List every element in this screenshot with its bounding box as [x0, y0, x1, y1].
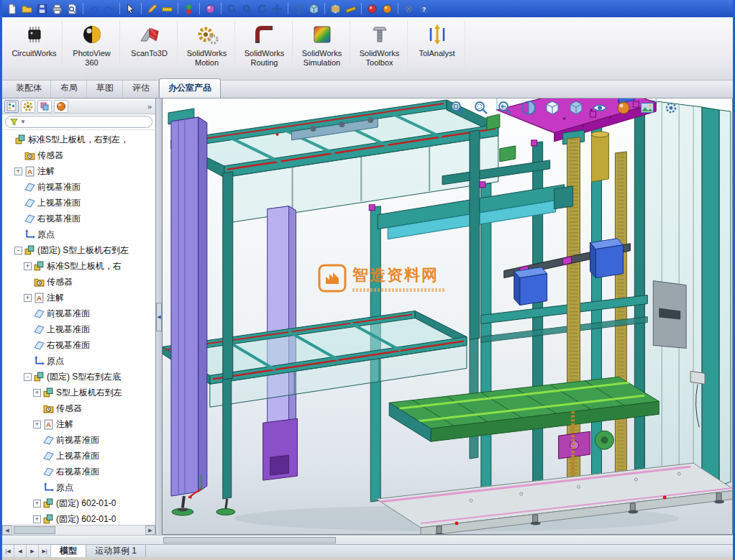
- viewport-scroll-strip[interactable]: [2, 535, 733, 544]
- previous-view-icon[interactable]: [496, 99, 513, 116]
- tree-expander-icon[interactable]: +: [33, 515, 41, 523]
- measure-icon[interactable]: [344, 2, 357, 16]
- new-icon[interactable]: [5, 2, 19, 16]
- panel-tab-configuration-manager[interactable]: [37, 100, 52, 113]
- tree-row[interactable]: +A注解: [2, 290, 155, 306]
- sketch-icon[interactable]: [145, 2, 159, 16]
- hide-show-items-icon[interactable]: [591, 99, 608, 116]
- section-view-icon[interactable]: [520, 99, 537, 116]
- graphics-viewport[interactable]: 智造资料网: [162, 98, 733, 535]
- command-tab-2[interactable]: 草图: [87, 78, 123, 98]
- ribbon-item-photoview360[interactable]: PhotoView 360: [64, 20, 120, 76]
- tree-expander-icon[interactable]: +: [24, 294, 32, 302]
- panel-tab-feature-manager[interactable]: [4, 100, 19, 113]
- tree-filter-input[interactable]: ▼: [5, 116, 152, 128]
- tree-row[interactable]: +原点: [2, 479, 155, 495]
- tree-row[interactable]: +右视基准面: [2, 211, 155, 226]
- tree-expander-icon[interactable]: +: [24, 262, 32, 270]
- tree-row[interactable]: -(固定) S型右到左底: [2, 369, 155, 385]
- wireframe-icon[interactable]: [292, 2, 306, 16]
- view-settings-icon[interactable]: [662, 99, 680, 116]
- help-icon[interactable]: ?: [417, 2, 431, 16]
- tree-expander-icon[interactable]: -: [24, 373, 32, 381]
- tree-row[interactable]: +原点: [2, 353, 155, 369]
- tree-row[interactable]: +(固定) 602-01-0: [2, 511, 155, 525]
- tree-row[interactable]: +传感器: [2, 274, 155, 290]
- tree-row[interactable]: +标准S型上板机，右到左，: [2, 132, 155, 147]
- tree-row[interactable]: -(固定) S型上板机右到左: [2, 242, 155, 258]
- tree-row[interactable]: +A注解: [2, 163, 155, 179]
- save-icon[interactable]: [35, 2, 49, 16]
- tree-row[interactable]: +前视基准面: [2, 306, 155, 321]
- view-orientation-icon[interactable]: [544, 99, 561, 116]
- study-nav-last-icon[interactable]: ▶|: [39, 545, 51, 557]
- study-nav-prev-icon[interactable]: ◀: [14, 545, 27, 557]
- scroll-thumb[interactable]: [14, 526, 55, 534]
- tree-row[interactable]: +(固定) 602-01-0: [2, 495, 155, 511]
- tree-row[interactable]: +上视基准面: [2, 448, 155, 464]
- motion-red-icon[interactable]: [365, 2, 379, 16]
- pan-icon[interactable]: [270, 2, 284, 16]
- tree-row[interactable]: +右视基准面: [2, 337, 155, 353]
- section-view-icon[interactable]: [329, 2, 342, 16]
- print-icon[interactable]: [50, 2, 64, 16]
- select-icon[interactable]: [124, 2, 137, 16]
- command-tab-1[interactable]: 布局: [51, 78, 87, 98]
- tree-row[interactable]: +原点: [2, 226, 155, 242]
- tree-row[interactable]: +前视基准面: [2, 432, 155, 448]
- study-nav-first-icon[interactable]: |◀: [2, 545, 14, 557]
- panel-splitter[interactable]: ◀: [156, 98, 162, 535]
- rebuild-icon[interactable]: [182, 2, 196, 16]
- ribbon-item-scanto3d[interactable]: ScanTo3D: [122, 20, 178, 76]
- zoom-to-area-icon[interactable]: [240, 2, 254, 16]
- command-tab-3[interactable]: 评估: [123, 78, 159, 98]
- tree-row[interactable]: +传感器: [2, 147, 155, 163]
- ribbon-item-sw-simulation[interactable]: SolidWorks Simulation: [294, 20, 350, 76]
- dimension-icon[interactable]: [160, 2, 174, 16]
- zoom-to-fit-icon[interactable]: [449, 99, 466, 116]
- appearance-orange-icon[interactable]: [380, 2, 394, 16]
- study-nav-next-icon[interactable]: ▶: [27, 545, 39, 557]
- panel-tab-property-manager[interactable]: [21, 100, 35, 113]
- tree-row[interactable]: +前视基准面: [2, 179, 155, 195]
- rotate-view-icon[interactable]: [255, 2, 269, 16]
- zoom-to-fit-icon[interactable]: [225, 2, 239, 16]
- panel-tab-appearances[interactable]: [54, 100, 68, 113]
- panel-collapse-arrow-icon[interactable]: ◀: [156, 303, 162, 331]
- options-icon[interactable]: [402, 2, 416, 16]
- shaded-icon[interactable]: [307, 2, 321, 16]
- ribbon-item-sw-motion[interactable]: SolidWorks Motion: [179, 20, 235, 76]
- model-3d[interactable]: [163, 98, 732, 534]
- tree-row[interactable]: +上视基准面: [2, 195, 155, 211]
- tree-expander-icon[interactable]: +: [33, 421, 41, 428]
- tree-row[interactable]: +传感器: [2, 400, 155, 416]
- scroll-thumb[interactable]: [163, 537, 336, 543]
- tree-row[interactable]: +标准S型上板机，右: [2, 258, 155, 274]
- command-tab-4[interactable]: 办公室产品: [159, 78, 221, 98]
- edit-appearance-icon[interactable]: [615, 99, 632, 116]
- tree-expander-icon[interactable]: -: [14, 247, 22, 254]
- redo-icon[interactable]: [102, 2, 116, 16]
- print-preview-icon[interactable]: [65, 2, 79, 16]
- open-icon[interactable]: [20, 2, 34, 16]
- tree-expander-icon[interactable]: +: [33, 389, 41, 397]
- ribbon-item-tolanalyst[interactable]: TolAnalyst: [409, 20, 465, 76]
- edit-color-icon[interactable]: [204, 2, 217, 16]
- tree-row[interactable]: +S型上板机右到左: [2, 385, 155, 400]
- tree-row[interactable]: +上视基准面: [2, 321, 155, 337]
- panel-tab-overflow-chevron[interactable]: »: [147, 102, 153, 111]
- ribbon-item-circuitworks[interactable]: CircuitWorks: [6, 20, 63, 76]
- scroll-right-icon[interactable]: ▶: [145, 525, 155, 535]
- display-style-icon[interactable]: [567, 99, 585, 116]
- undo-icon[interactable]: [87, 2, 101, 16]
- apply-scene-icon[interactable]: [639, 99, 656, 116]
- ribbon-item-sw-toolbox[interactable]: SolidWorks Toolbox: [352, 20, 408, 76]
- filter-dropdown-caret[interactable]: ▼: [20, 119, 26, 125]
- panel-horizontal-scrollbar[interactable]: ◀ ▶: [2, 525, 155, 535]
- command-tab-0[interactable]: 装配体: [6, 78, 51, 98]
- scroll-left-icon[interactable]: ◀: [2, 525, 12, 535]
- tree-row[interactable]: +右视基准面: [2, 464, 155, 479]
- ribbon-item-sw-routing[interactable]: SolidWorks Routing: [237, 20, 293, 76]
- study-tab-0[interactable]: 模型: [51, 545, 86, 557]
- zoom-to-area-icon[interactable]: [472, 99, 490, 116]
